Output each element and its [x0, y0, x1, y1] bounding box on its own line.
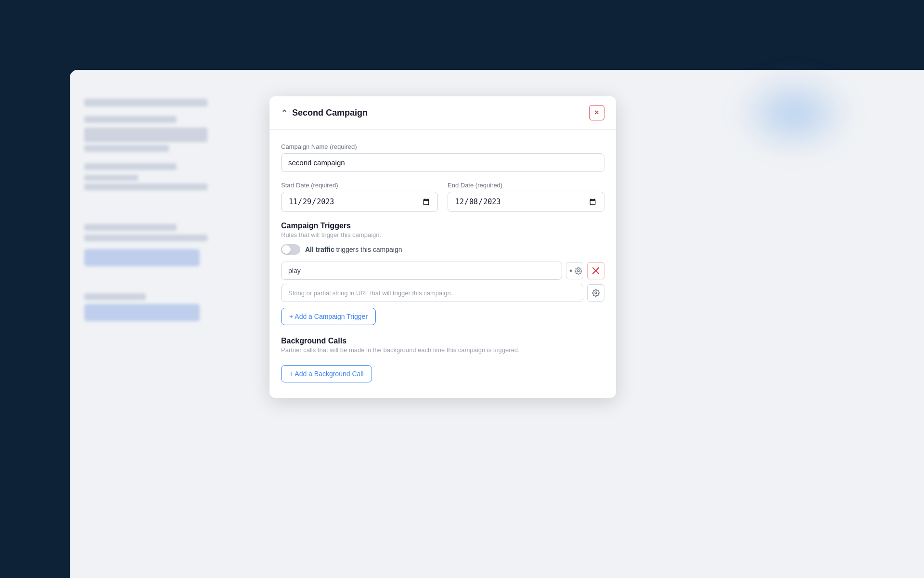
date-row: Start Date (required) End Date (required… — [281, 182, 604, 212]
gear-icon — [567, 267, 575, 275]
sidebar-blur — [70, 70, 253, 578]
gear-icon-2 — [592, 289, 600, 297]
triggers-section-subtitle: Rules that will trigger this campaign. — [281, 231, 604, 238]
trigger-row-1 — [281, 262, 604, 280]
trigger-row-2 — [281, 284, 604, 302]
end-date-input[interactable] — [448, 192, 604, 212]
add-trigger-button[interactable]: + Add a Campaign Trigger — [281, 308, 376, 325]
svg-point-0 — [578, 270, 579, 272]
trigger-input-1[interactable] — [281, 262, 562, 280]
all-traffic-toggle-row: All traffic triggers this campaign — [281, 244, 604, 255]
all-traffic-toggle[interactable] — [281, 244, 300, 255]
bg-calls-section-subtitle: Partner calls that will be made in the b… — [281, 346, 604, 354]
start-date-group: Start Date (required) — [281, 182, 438, 212]
header-left: ⌃ Second Campaign — [281, 108, 368, 118]
toggle-label-bold: All traffic — [305, 246, 334, 253]
x-icon-1 — [592, 267, 599, 274]
modal-card: ⌃ Second Campaign × Campaign Name (requi… — [270, 96, 616, 398]
trigger-settings-button-1[interactable] — [566, 262, 583, 279]
svg-point-1 — [595, 292, 597, 294]
trigger-settings-button-2[interactable] — [587, 284, 604, 302]
card-header: ⌃ Second Campaign × — [270, 96, 616, 130]
trigger-input-2[interactable] — [281, 284, 583, 302]
start-date-label: Start Date (required) — [281, 182, 438, 189]
card-body: Campaign Name (required) Start Date (req… — [270, 130, 616, 398]
start-date-input[interactable] — [281, 192, 438, 212]
triggers-section: Campaign Triggers Rules that will trigge… — [281, 222, 604, 325]
add-background-call-button[interactable]: + Add a Background Call — [281, 365, 372, 382]
campaign-name-input[interactable] — [281, 153, 604, 172]
card-title: Second Campaign — [292, 108, 368, 118]
campaign-name-label: Campaign Name (required) — [281, 143, 604, 150]
end-date-label: End Date (required) — [448, 182, 604, 189]
end-date-group: End Date (required) — [448, 182, 604, 212]
toggle-label-rest: triggers this campaign — [334, 246, 402, 253]
toggle-label: All traffic triggers this campaign — [305, 246, 402, 253]
chevron-up-icon: ⌃ — [281, 108, 287, 118]
campaign-name-group: Campaign Name (required) — [281, 143, 604, 172]
triggers-section-title: Campaign Triggers — [281, 222, 604, 230]
close-button[interactable]: × — [589, 105, 604, 120]
bg-calls-section-title: Background Calls — [281, 337, 604, 345]
trigger-remove-button-1[interactable] — [587, 262, 604, 279]
gear-icon-1 — [575, 267, 582, 275]
background-calls-section: Background Calls Partner calls that will… — [281, 337, 604, 382]
